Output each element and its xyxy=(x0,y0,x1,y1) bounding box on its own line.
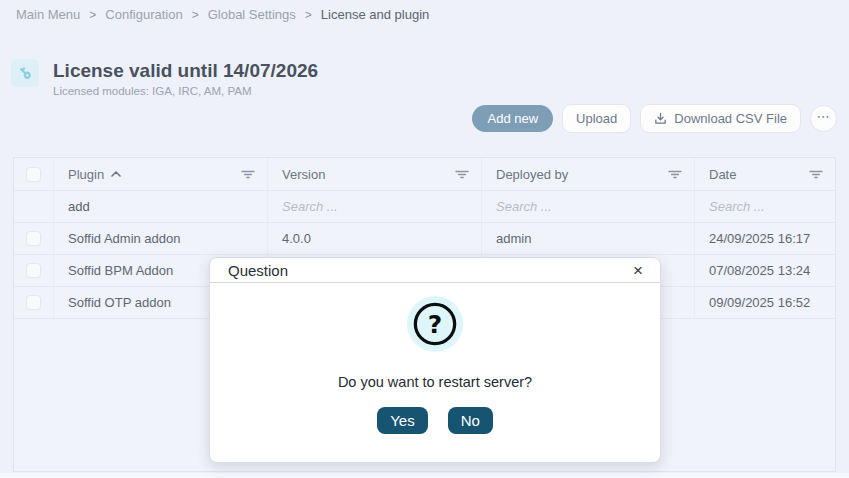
row-checkbox[interactable] xyxy=(26,295,41,310)
cell-plugin: Soffid Admin addon xyxy=(54,223,268,254)
close-icon[interactable]: × xyxy=(633,262,643,279)
plugin-search-input[interactable] xyxy=(68,191,267,222)
date-search-input[interactable] xyxy=(709,191,835,222)
table-filter-row xyxy=(14,191,835,223)
row-checkbox-cell xyxy=(14,287,54,318)
column-label-date: Date xyxy=(709,167,736,182)
question-mark-icon: ? xyxy=(407,296,463,352)
dialog-message: Do you want to restart server? xyxy=(338,374,532,390)
dialog-body: ? Do you want to restart server? Yes No xyxy=(210,283,660,462)
upload-button[interactable]: Upload xyxy=(562,104,631,133)
download-icon xyxy=(654,112,667,125)
filter-icon[interactable] xyxy=(809,170,823,179)
row-checkbox-cell xyxy=(14,255,54,286)
add-new-button[interactable]: Add new xyxy=(472,105,553,132)
dialog-title: Question xyxy=(228,262,288,279)
cell-date: 24/09/2025 16:17 xyxy=(695,223,835,254)
svg-text:?: ? xyxy=(428,310,442,339)
column-header-deployed-by[interactable]: Deployed by xyxy=(482,158,695,190)
dialog-buttons: Yes No xyxy=(377,407,493,434)
page-subtitle: Licensed modules: IGA, IRC, AM, PAM xyxy=(53,85,252,97)
filter-icon[interactable] xyxy=(668,170,682,179)
question-dialog: Question × ? Do you want to restart serv… xyxy=(209,257,661,463)
page-title: License valid until 14/07/2026 xyxy=(53,60,318,82)
breadcrumb-configuration[interactable]: Configuration xyxy=(105,7,182,22)
column-label-deployed-by: Deployed by xyxy=(496,167,568,182)
toolbar: Add new Upload Download CSV File ⋯ xyxy=(472,104,837,133)
breadcrumb-global-settings[interactable]: Global Settings xyxy=(208,7,296,22)
column-header-version[interactable]: Version xyxy=(268,158,482,190)
breadcrumb-main-menu[interactable]: Main Menu xyxy=(16,7,80,22)
breadcrumb: Main Menu > Configuration > Global Setti… xyxy=(16,7,429,22)
breadcrumb-separator: > xyxy=(89,8,96,22)
row-checkbox[interactable] xyxy=(26,231,41,246)
sort-ascending-icon xyxy=(111,171,121,177)
download-csv-button[interactable]: Download CSV File xyxy=(640,104,801,133)
deployed-by-search-input[interactable] xyxy=(496,191,694,222)
filter-cell-plugin xyxy=(54,191,268,222)
version-search-input[interactable] xyxy=(282,191,481,222)
no-button[interactable]: No xyxy=(448,407,493,434)
breadcrumb-separator: > xyxy=(192,8,199,22)
filter-cell-version xyxy=(268,191,482,222)
breadcrumb-separator: > xyxy=(305,8,312,22)
row-checkbox-cell xyxy=(14,223,54,254)
breadcrumb-license-and-plugin[interactable]: License and plugin xyxy=(321,7,429,22)
filter-checkbox-spacer xyxy=(14,191,54,222)
header-checkbox-cell xyxy=(14,158,54,190)
cell-version: 4.0.0 xyxy=(268,223,482,254)
column-header-date[interactable]: Date xyxy=(695,158,835,190)
row-checkbox[interactable] xyxy=(26,263,41,278)
filter-icon[interactable] xyxy=(455,170,469,179)
column-label-version: Version xyxy=(282,167,325,182)
select-all-checkbox[interactable] xyxy=(26,167,41,182)
table-row[interactable]: Soffid Admin addon 4.0.0 admin 24/09/202… xyxy=(14,223,835,255)
filter-cell-deployed-by xyxy=(482,191,695,222)
filter-cell-date xyxy=(695,191,835,222)
yes-button[interactable]: Yes xyxy=(377,407,427,434)
filter-icon[interactable] xyxy=(241,170,255,179)
cell-date: 07/08/2025 13:24 xyxy=(695,255,835,286)
dialog-header: Question × xyxy=(210,258,660,283)
column-header-plugin[interactable]: Plugin xyxy=(54,158,268,190)
key-icon xyxy=(11,59,39,87)
download-csv-label: Download CSV File xyxy=(674,111,787,126)
column-label-plugin: Plugin xyxy=(68,167,104,182)
cell-deployed-by: admin xyxy=(482,223,695,254)
footer-strip xyxy=(0,473,849,478)
more-actions-button[interactable]: ⋯ xyxy=(810,105,837,132)
table-header-row: Plugin Version Deployed by xyxy=(14,158,835,191)
cell-date: 09/09/2025 16:52 xyxy=(695,287,835,318)
page: Main Menu > Configuration > Global Setti… xyxy=(0,0,849,478)
